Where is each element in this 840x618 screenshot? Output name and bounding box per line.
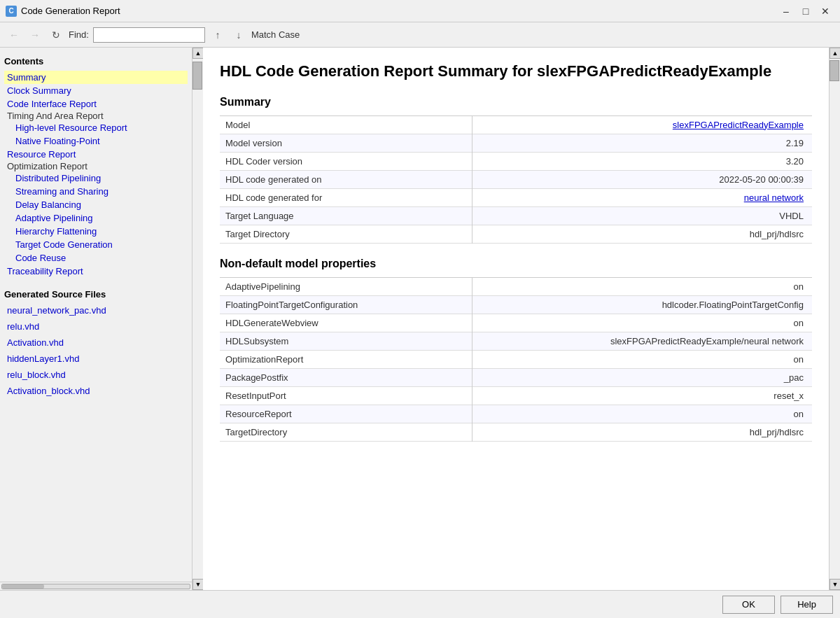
hdl-for-link[interactable]: neural network (744, 192, 804, 203)
table-cell-value: 2.19 (472, 134, 812, 152)
sidebar-item-high-level[interactable]: High-level Resource Report (4, 121, 188, 134)
nondefault-table: AdaptivePipelining on FloatingPointTarge… (220, 277, 812, 442)
table-cell-key: HDL code generated on (220, 170, 472, 188)
title-bar-left: C Code Generation Report (6, 6, 120, 17)
table-cell-key: PackagePostfix (220, 368, 472, 386)
sidebar-hscrollbar[interactable] (0, 582, 192, 590)
table-row: HDL Coder version 3.20 (220, 152, 812, 170)
sidebar-file-6[interactable]: Activation_block.vhd (4, 384, 188, 398)
vscroll-thumb[interactable] (192, 62, 202, 90)
refresh-button[interactable]: ↻ (48, 27, 64, 43)
table-row: HDLSubsystem slexFPGAPredictReadyExample… (220, 332, 812, 350)
find-input[interactable] (93, 27, 205, 43)
sidebar-plain-timing: Timing And Area Report (4, 109, 106, 122)
bottom-bar: OK Help (0, 590, 840, 618)
sidebar: Contents Summary Clock Summary Code Inte… (0, 48, 192, 590)
nondefault-heading: Non-default model properties (220, 258, 812, 270)
table-row: FloatingPointTargetConfiguration hdlcode… (220, 295, 812, 314)
table-cell-value: hdl_prj/hdlsrc (472, 423, 812, 441)
main-area: Contents Summary Clock Summary Code Inte… (0, 48, 840, 590)
table-cell-value: on (472, 277, 812, 295)
table-cell-value: on (472, 405, 812, 423)
table-cell-value: _pac (472, 368, 812, 386)
table-cell-key: ResetInputPort (220, 386, 472, 405)
title-bar: C Code Generation Report – □ ✕ (0, 0, 840, 22)
model-link[interactable]: slexFPGAPredictReadyExample (673, 120, 804, 130)
table-cell-value: reset_x (472, 386, 812, 405)
ok-button[interactable]: OK (722, 596, 775, 614)
sidebar-file-2[interactable]: relu.vhd (4, 320, 188, 333)
table-cell-key: Model version (220, 134, 472, 152)
table-cell-value: 3.20 (472, 152, 812, 170)
vscroll-down-btn[interactable]: ▼ (192, 579, 204, 590)
sidebar-vscrollbar[interactable]: ▲ ▼ (192, 48, 203, 590)
page-title: HDL Code Generation Report Summary for s… (220, 62, 812, 82)
table-row: Model version 2.19 (220, 134, 812, 152)
minimize-button[interactable]: – (777, 3, 795, 19)
maximize-button[interactable]: □ (797, 3, 815, 19)
help-button[interactable]: Help (780, 596, 833, 614)
close-button[interactable]: ✕ (816, 3, 834, 19)
vscroll-track[interactable] (192, 59, 203, 579)
table-row: PackagePostfix _pac (220, 368, 812, 386)
sidebar-item-summary[interactable]: Summary (4, 71, 188, 84)
sidebar-item-target-code[interactable]: Target Code Generation (4, 238, 188, 251)
find-label: Find: (69, 29, 89, 40)
table-cell-key: Target Language (220, 206, 472, 225)
sidebar-item-distributed[interactable]: Distributed Pipelining (4, 171, 188, 185)
content-vscrollbar[interactable]: ▲ ▼ (829, 48, 840, 590)
sidebar-item-traceability[interactable]: Traceability Report (4, 265, 188, 278)
window-title: Code Generation Report (21, 6, 120, 16)
content-vscroll-down-btn[interactable]: ▼ (830, 579, 840, 590)
table-row: OptimizationReport on (220, 350, 812, 368)
forward-button[interactable]: → (27, 27, 43, 43)
table-cell-value: slexFPGAPredictReadyExample/neural netwo… (472, 332, 812, 350)
table-cell-value: hdlcoder.FloatingPointTargetConfig (472, 295, 812, 314)
table-cell-key: HDLGenerateWebview (220, 314, 472, 332)
back-button[interactable]: ← (6, 27, 22, 43)
summary-heading: Summary (220, 96, 812, 108)
table-cell-key: HDLSubsystem (220, 332, 472, 350)
vscroll-up-btn[interactable]: ▲ (192, 48, 204, 59)
toolbar: ← → ↻ Find: ↑ ↓ Match Case (0, 22, 840, 48)
sidebar-item-delay[interactable]: Delay Balancing (4, 198, 188, 211)
content-vscroll-up-btn[interactable]: ▲ (830, 48, 840, 59)
sidebar-file-1[interactable]: neural_network_pac.vhd (4, 304, 188, 317)
table-cell-value: on (472, 350, 812, 368)
match-case-label: Match Case (251, 29, 300, 40)
table-cell-value: 2022-05-20 00:00:39 (472, 170, 812, 188)
sidebar-item-streaming[interactable]: Streaming and Sharing (4, 185, 188, 198)
sidebar-hscroll-thumb[interactable] (2, 584, 44, 589)
table-cell-value: neural network (472, 188, 812, 206)
sidebar-plain-optimization: Optimization Report (4, 160, 90, 173)
sidebar-item-hierarchy[interactable]: Hierarchy Flattening (4, 225, 188, 238)
sidebar-item-clock-summary[interactable]: Clock Summary (4, 84, 188, 97)
contents-title: Contents (4, 56, 188, 66)
table-row: TargetDirectory hdl_prj/hdlsrc (220, 423, 812, 441)
find-down-button[interactable]: ↓ (230, 27, 247, 43)
sidebar-content: Contents Summary Clock Summary Code Inte… (0, 48, 192, 582)
sidebar-item-code-reuse[interactable]: Code Reuse (4, 251, 188, 265)
sidebar-file-4[interactable]: hiddenLayer1.vhd (4, 352, 188, 365)
sidebar-file-5[interactable]: relu_block.vhd (4, 368, 188, 381)
summary-table: Model slexFPGAPredictReadyExample Model … (220, 115, 812, 244)
content-vscroll-track[interactable] (830, 59, 840, 579)
find-up-button[interactable]: ↑ (209, 27, 226, 43)
generated-files-title: Generated Source Files (4, 289, 188, 300)
sidebar-item-native-fp[interactable]: Native Floating-Point (4, 134, 188, 148)
table-row: HDL code generated for neural network (220, 188, 812, 206)
table-cell-key: Target Directory (220, 225, 472, 243)
table-row: Target Language VHDL (220, 206, 812, 225)
table-cell-key: HDL Coder version (220, 152, 472, 170)
sidebar-outer: Contents Summary Clock Summary Code Inte… (0, 48, 203, 590)
sidebar-hscroll-track[interactable] (1, 584, 190, 589)
table-cell-value: hdl_prj/hdlsrc (472, 225, 812, 243)
table-row: HDL code generated on 2022-05-20 00:00:3… (220, 170, 812, 188)
table-row: AdaptivePipelining on (220, 277, 812, 295)
sidebar-item-adaptive[interactable]: Adaptive Pipelining (4, 211, 188, 225)
table-row: HDLGenerateWebview on (220, 314, 812, 332)
sidebar-file-3[interactable]: Activation.vhd (4, 336, 188, 349)
content-vscroll-thumb[interactable] (830, 60, 839, 81)
table-row: ResourceReport on (220, 405, 812, 423)
table-cell-key: AdaptivePipelining (220, 277, 472, 295)
